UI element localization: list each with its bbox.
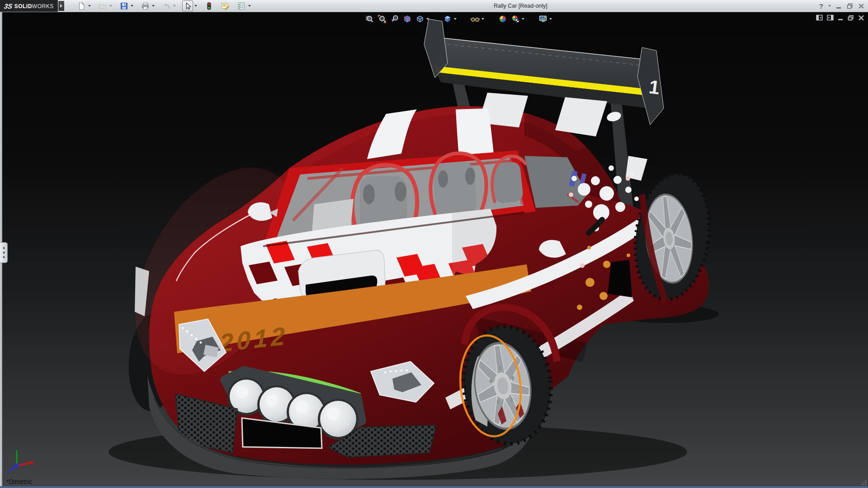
print-button[interactable]: [140, 0, 151, 11]
restore-button[interactable]: [847, 3, 853, 9]
print-dropdown[interactable]: [151, 1, 156, 11]
collapse-arrow-icon: [3, 256, 5, 258]
display-style-dropdown[interactable]: [453, 14, 458, 24]
resize-grip[interactable]: [861, 479, 867, 486]
traffic-light-icon: [205, 2, 213, 10]
pane-toggle-right-button[interactable]: [827, 14, 834, 21]
hide-show-items-button[interactable]: [470, 14, 480, 24]
apply-scene-button[interactable]: [510, 14, 520, 24]
undo-icon: [162, 2, 170, 10]
view-settings-dropdown[interactable]: [548, 14, 553, 24]
minimize-button[interactable]: [836, 3, 842, 9]
open-folder-icon: [99, 2, 107, 10]
select-tool-button[interactable]: [182, 0, 193, 11]
view-orientation-button[interactable]: [415, 14, 425, 24]
new-document-button[interactable]: [76, 0, 87, 11]
zoom-to-area-button[interactable]: [377, 14, 387, 24]
select-tool-dropdown[interactable]: [193, 1, 198, 11]
select-cursor-icon: [184, 2, 192, 10]
menu-expand-button[interactable]: [58, 1, 64, 11]
save-icon: [120, 2, 128, 10]
display-style-cube-icon: [443, 14, 452, 23]
view-orientation-dropdown[interactable]: [425, 14, 430, 24]
scene-ball-icon: [511, 14, 520, 23]
comment-button[interactable]: [220, 0, 231, 11]
standard-toolbar: [76, 0, 257, 11]
save-button[interactable]: [118, 0, 129, 11]
help-button[interactable]: ?: [819, 3, 823, 9]
axis-z-label: Z: [6, 469, 9, 475]
view-settings-monitor-icon: [538, 14, 548, 23]
new-document-dropdown[interactable]: [87, 1, 92, 11]
edit-appearance-button[interactable]: [498, 14, 508, 24]
help-dropdown[interactable]: [828, 5, 831, 7]
undo-dropdown[interactable]: [172, 1, 177, 11]
3ds-logo-icon: 3S: [4, 2, 13, 10]
document-window-controls: [816, 14, 864, 21]
print-icon: [142, 2, 149, 10]
brand-name-bold: SOLID: [14, 3, 32, 9]
section-view-button[interactable]: [402, 14, 412, 24]
section-view-icon: [403, 14, 412, 23]
open-document-button[interactable]: [97, 0, 108, 11]
checklist-icon: [237, 2, 245, 10]
comment-note-icon: [221, 2, 229, 10]
document-title: Rally Car [Read-only]: [494, 3, 547, 9]
new-document-icon: [78, 2, 85, 10]
display-style-button[interactable]: [443, 14, 453, 24]
orientation-triad: Z: [4, 446, 44, 478]
checkered-flag-icon: [516, 19, 519, 22]
pane-toggle-left-button[interactable]: [816, 14, 823, 21]
design-checker-button[interactable]: [236, 0, 247, 11]
zoom-to-fit-icon: [365, 14, 374, 23]
solidworks-logo: 3S SOLIDWORKS: [0, 0, 58, 12]
brand-name-light: WORKS: [32, 3, 54, 9]
view-settings-button[interactable]: [538, 14, 548, 24]
previous-view-icon: [390, 14, 399, 23]
pane-right-icon: [827, 14, 834, 21]
rally-car-model[interactable]: 1: [0, 0, 868, 488]
title-bar: 3S SOLIDWORKS: [0, 0, 868, 12]
pane-left-icon: [816, 14, 823, 21]
viewport-minimize-button[interactable]: [838, 15, 844, 21]
side-vent: [608, 260, 632, 297]
eyeglasses-icon: [470, 14, 480, 23]
undo-button[interactable]: [161, 0, 172, 11]
headsup-view-toolbar: [364, 14, 556, 24]
open-document-dropdown[interactable]: [108, 1, 113, 11]
feature-panel-expand-tab[interactable]: [0, 242, 8, 263]
titlebar-controls: ?: [819, 0, 864, 12]
expand-arrow-icon: [60, 4, 62, 8]
viewport-restore-button[interactable]: [848, 15, 854, 21]
view-orientation-cube-icon: [415, 14, 425, 23]
design-checker-dropdown[interactable]: [247, 1, 252, 11]
zoom-to-fit-button[interactable]: [364, 14, 374, 24]
window-bottom-border: [0, 486, 868, 488]
save-dropdown[interactable]: [129, 1, 134, 11]
collapse-arrow-icon: [3, 247, 5, 249]
view-orientation-label: *Dimetric: [6, 478, 32, 485]
collapse-arrow-icon: [3, 251, 5, 254]
previous-view-button[interactable]: [390, 14, 400, 24]
zoom-to-area-icon: [377, 14, 387, 23]
apply-scene-dropdown[interactable]: [520, 14, 525, 24]
close-button[interactable]: [858, 3, 864, 9]
viewport-close-button[interactable]: [858, 15, 864, 21]
hide-show-items-dropdown[interactable]: [480, 14, 485, 24]
appearance-ball-icon: [498, 14, 507, 23]
view-simulation-button[interactable]: [203, 0, 214, 11]
